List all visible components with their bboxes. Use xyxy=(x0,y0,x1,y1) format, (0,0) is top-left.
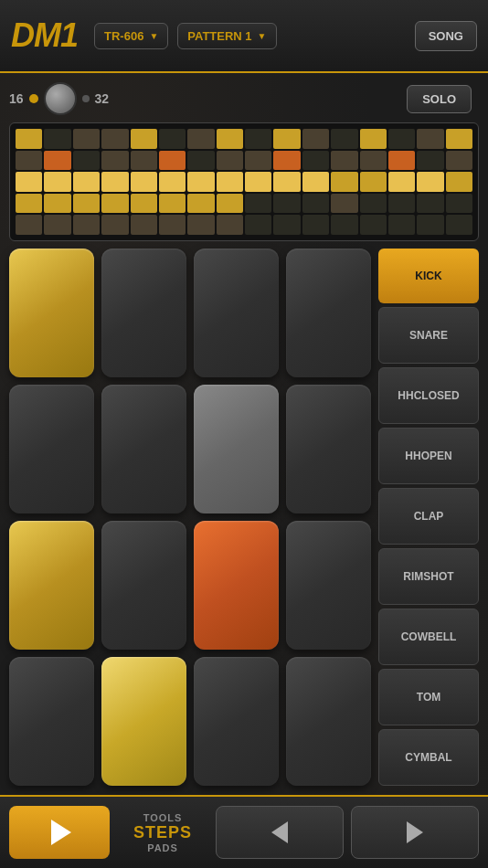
play-button[interactable] xyxy=(9,806,110,859)
step-cell[interactable] xyxy=(159,172,186,192)
pad-10[interactable] xyxy=(101,521,186,650)
step-cell[interactable] xyxy=(217,215,243,235)
step-cell[interactable] xyxy=(360,194,387,214)
step-cell[interactable] xyxy=(302,215,329,235)
instrument-kick[interactable]: KICK xyxy=(378,249,479,303)
instrument-cymbal[interactable]: CYMBAL xyxy=(378,729,479,786)
instrument-clap[interactable]: CLAP xyxy=(378,488,479,545)
step-cell[interactable] xyxy=(331,215,357,235)
nav-next-button[interactable] xyxy=(351,806,479,859)
pad-7[interactable] xyxy=(194,385,279,513)
step-cell[interactable] xyxy=(131,172,157,192)
step-cell[interactable] xyxy=(417,129,443,149)
step-cell[interactable] xyxy=(16,151,42,171)
step-cell[interactable] xyxy=(331,151,357,171)
instrument-cowbell[interactable]: COWBELL xyxy=(378,609,479,665)
step-cell[interactable] xyxy=(101,129,128,149)
pattern-dropdown[interactable]: PATTERN 1 ▼ xyxy=(177,23,276,49)
step-cell[interactable] xyxy=(73,194,100,214)
instrument-hhclosed[interactable]: HHCLOSED xyxy=(378,367,479,424)
step-cell[interactable] xyxy=(159,215,186,235)
step-cell[interactable] xyxy=(73,215,100,235)
pad-1[interactable] xyxy=(9,249,94,377)
instrument-tom[interactable]: TOM xyxy=(378,669,479,725)
step-cell[interactable] xyxy=(217,172,243,192)
step-cell[interactable] xyxy=(187,151,214,171)
step-cell[interactable] xyxy=(131,215,157,235)
step-cell[interactable] xyxy=(44,172,70,192)
pad-15[interactable] xyxy=(194,657,279,786)
pad-13[interactable] xyxy=(9,657,94,786)
step-cell[interactable] xyxy=(101,215,128,235)
pad-6[interactable] xyxy=(101,385,186,513)
step-cell[interactable] xyxy=(187,194,214,214)
pad-3[interactable] xyxy=(194,249,279,377)
step-cell[interactable] xyxy=(16,215,42,235)
steps-label[interactable]: STEPS xyxy=(133,823,192,842)
step-cell[interactable] xyxy=(446,172,472,192)
step-cell[interactable] xyxy=(245,194,271,214)
step-cell[interactable] xyxy=(16,172,42,192)
step-cell[interactable] xyxy=(273,151,300,171)
pad-16[interactable] xyxy=(286,657,371,786)
step-cell[interactable] xyxy=(388,215,415,235)
pads-label[interactable]: PADS xyxy=(147,842,178,853)
step-cell[interactable] xyxy=(388,172,415,192)
step-cell[interactable] xyxy=(446,129,472,149)
step-cell[interactable] xyxy=(273,215,300,235)
pad-4[interactable] xyxy=(286,249,371,377)
step-cell[interactable] xyxy=(187,129,214,149)
pad-8[interactable] xyxy=(286,385,371,513)
pad-5[interactable] xyxy=(9,385,94,513)
step-cell[interactable] xyxy=(187,215,214,235)
step-cell[interactable] xyxy=(131,151,157,171)
pad-12[interactable] xyxy=(286,521,371,650)
step-cell[interactable] xyxy=(446,151,472,171)
instrument-dropdown[interactable]: TR-606 ▼ xyxy=(94,23,168,49)
step-cell[interactable] xyxy=(217,194,243,214)
step-cell[interactable] xyxy=(388,194,415,214)
step-cell[interactable] xyxy=(331,172,357,192)
step-cell[interactable] xyxy=(302,194,329,214)
step-cell[interactable] xyxy=(446,194,472,214)
step-cell[interactable] xyxy=(159,194,186,214)
step-cell[interactable] xyxy=(16,194,42,214)
step-cell[interactable] xyxy=(417,215,443,235)
step-cell[interactable] xyxy=(187,172,214,192)
step-cell[interactable] xyxy=(302,151,329,171)
pad-2[interactable] xyxy=(101,249,186,377)
step-cell[interactable] xyxy=(331,129,357,149)
pad-9[interactable] xyxy=(9,521,94,650)
step-cell[interactable] xyxy=(417,194,443,214)
step-cell[interactable] xyxy=(217,129,243,149)
step-cell[interactable] xyxy=(360,172,387,192)
step-cell[interactable] xyxy=(44,151,70,171)
step-cell[interactable] xyxy=(73,151,100,171)
step-cell[interactable] xyxy=(388,129,415,149)
step-cell[interactable] xyxy=(273,172,300,192)
step-cell[interactable] xyxy=(101,172,128,192)
step-cell[interactable] xyxy=(302,172,329,192)
step-cell[interactable] xyxy=(217,151,243,171)
step-cell[interactable] xyxy=(360,151,387,171)
step-cell[interactable] xyxy=(417,172,443,192)
tempo-knob[interactable] xyxy=(44,82,77,115)
step-cell[interactable] xyxy=(360,215,387,235)
step-cell[interactable] xyxy=(417,151,443,171)
step-cell[interactable] xyxy=(101,151,128,171)
step-cell[interactable] xyxy=(360,129,387,149)
step-cell[interactable] xyxy=(131,194,157,214)
step-cell[interactable] xyxy=(245,215,271,235)
step-cell[interactable] xyxy=(273,129,300,149)
step-cell[interactable] xyxy=(388,151,415,171)
step-cell[interactable] xyxy=(44,194,70,214)
instrument-hhopen[interactable]: HHOPEN xyxy=(378,428,479,484)
solo-button[interactable]: SOLO xyxy=(407,85,472,113)
step-cell[interactable] xyxy=(159,129,186,149)
instrument-rimshot[interactable]: RIMSHOT xyxy=(378,548,479,605)
step-cell[interactable] xyxy=(446,215,472,235)
step-cell[interactable] xyxy=(101,194,128,214)
step-cell[interactable] xyxy=(159,151,186,171)
instrument-snare[interactable]: SNARE xyxy=(378,307,479,364)
step-cell[interactable] xyxy=(131,129,157,149)
